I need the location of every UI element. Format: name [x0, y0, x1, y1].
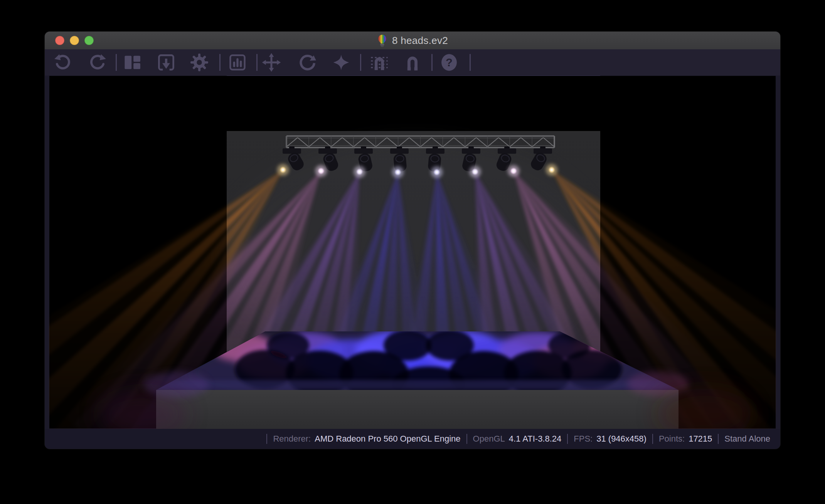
undo-button[interactable]	[53, 52, 73, 72]
help-button[interactable]: ?	[439, 52, 459, 72]
desktop: 8 heads.ev2	[0, 0, 825, 504]
toolbar: ?	[45, 49, 780, 76]
toolbar-separator	[256, 54, 258, 71]
points-label: Points:	[659, 434, 685, 444]
rotate-button[interactable]	[297, 52, 317, 72]
magnet-button[interactable]	[402, 52, 423, 72]
status-bar: Renderer: AMD Radeon Pro 560 OpenGL Engi…	[45, 429, 780, 449]
opengl-value: 4.1 ATI-3.8.24	[509, 434, 562, 444]
status-separator	[266, 434, 267, 444]
viewport-3d[interactable]	[49, 76, 776, 429]
stage-scene	[49, 76, 776, 429]
stage-front-face	[156, 390, 679, 429]
close-button[interactable]	[55, 36, 64, 45]
fps-label: FPS:	[574, 434, 593, 444]
renderer-label: Renderer:	[273, 434, 311, 444]
status-separator	[466, 434, 467, 444]
center-diamond-button[interactable]	[331, 52, 351, 72]
svg-text:?: ?	[446, 56, 453, 69]
toolbar-separator	[470, 54, 471, 71]
window-title: 8 heads.ev2	[392, 35, 448, 47]
renderer-value: AMD Radeon Pro 560 OpenGL Engine	[315, 434, 460, 444]
traffic-lights	[45, 32, 94, 49]
title-bar[interactable]: 8 heads.ev2	[45, 32, 780, 49]
status-separator	[652, 434, 653, 444]
fps-value: 31 (946x458)	[596, 434, 647, 444]
toolbar-separator	[360, 54, 361, 71]
zoom-button[interactable]	[84, 36, 94, 45]
toolbar-separator	[431, 54, 433, 71]
app-window: 8 heads.ev2	[45, 32, 780, 449]
import-button[interactable]	[156, 52, 176, 72]
redo-button[interactable]	[88, 52, 108, 72]
points-value: 17215	[689, 434, 712, 444]
move-button[interactable]	[261, 52, 281, 72]
chart-button[interactable]	[227, 52, 248, 72]
app-bulb-icon	[377, 34, 387, 47]
status-separator	[567, 434, 568, 444]
opengl-label: OpenGL	[473, 434, 505, 444]
toolbar-separator	[116, 54, 117, 71]
toolbar-separator	[219, 54, 221, 71]
magnet-snap-button[interactable]	[369, 52, 389, 72]
standalone-mode-badge: Stand Alone	[724, 434, 770, 444]
minimize-button[interactable]	[70, 36, 79, 45]
status-separator	[718, 434, 719, 444]
layout-panels-button[interactable]	[123, 52, 143, 72]
settings-gear-button[interactable]	[189, 52, 209, 72]
